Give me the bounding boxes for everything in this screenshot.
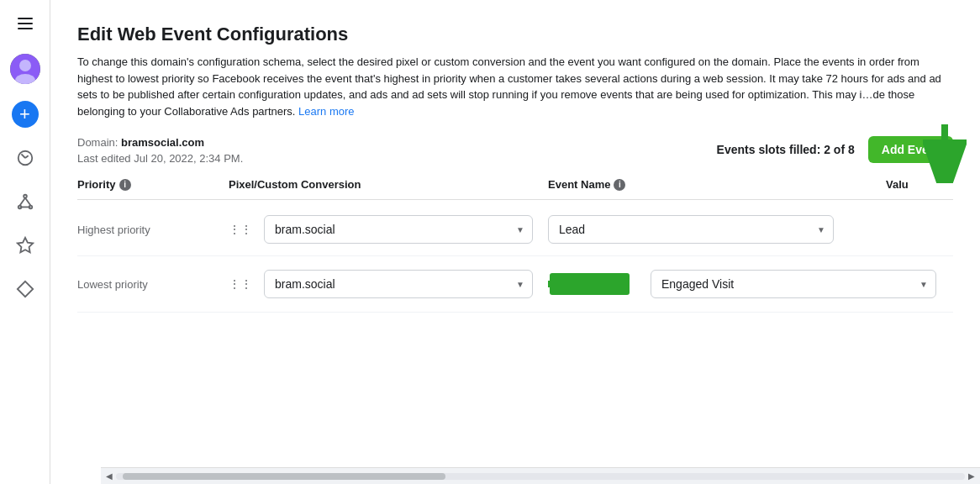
network-icon[interactable] [12, 188, 39, 215]
svg-point-4 [24, 195, 27, 198]
page-title: Edit Web Event Configurations [77, 24, 953, 45]
svg-point-1 [19, 60, 31, 71]
meta-right: Events slots filled: 2 of 8 Add Event [717, 136, 953, 163]
event-name-info-icon[interactable]: i [614, 179, 625, 191]
avatar-icon[interactable] [10, 54, 40, 84]
pixel-select-row2[interactable]: bram.social [264, 270, 533, 298]
scrollbar-thumb [123, 473, 445, 480]
svg-marker-11 [17, 281, 32, 297]
table-header: Priority i Pixel/Custom Conversion Event… [77, 178, 953, 200]
event-name-cell-row2: Engaged Visit [548, 268, 936, 300]
event-select-row1[interactable]: Lead [548, 215, 834, 244]
lowest-priority-label: Lowest priority [77, 278, 229, 291]
add-button[interactable]: + [12, 101, 39, 128]
pixel-column-header: Pixel/Custom Conversion [229, 178, 548, 191]
scrollbar-right-arrow[interactable]: ▶ [968, 471, 975, 481]
domain-text: Domain: bramsocial.com [77, 136, 243, 149]
event-name-column-header: Event Name i [548, 178, 886, 191]
drag-handle-row2[interactable]: ⋮⋮ [229, 277, 252, 291]
svg-line-7 [19, 197, 24, 205]
event-select-wrapper-row2: Engaged Visit [651, 270, 936, 298]
priority-info-icon[interactable]: i [119, 179, 131, 191]
last-edited-text: Last edited Jul 20, 2022, 2:34 PM. [77, 152, 243, 165]
dashboard-icon[interactable] [12, 145, 39, 171]
learn-more-link[interactable]: Learn more [298, 105, 354, 118]
table-row: Highest priority ⋮⋮ bram.social Lead [77, 203, 953, 256]
table-row: Lowest priority ⋮⋮ bram.social [77, 256, 953, 313]
horizontal-scrollbar[interactable]: ◀ ▶ [101, 467, 980, 484]
priority-column-header: Priority i [77, 178, 229, 191]
meta-row: Domain: bramsocial.com Last edited Jul 2… [77, 136, 953, 165]
down-arrow-annotation [923, 124, 967, 183]
svg-line-8 [25, 197, 30, 205]
page-description: To change this domain's configuration sc… [77, 54, 953, 119]
hamburger-icon[interactable] [12, 10, 39, 37]
event-name-cell-row1: Lead [548, 215, 886, 244]
events-table: Priority i Pixel/Custom Conversion Event… [77, 178, 953, 313]
svg-rect-15 [550, 273, 630, 295]
pixel-cell-row2: ⋮⋮ bram.social [229, 270, 548, 298]
highest-priority-label: Highest priority [77, 224, 229, 236]
pixel-select-wrapper-row2: bram.social [264, 270, 533, 298]
scrollbar-track [116, 473, 965, 480]
star-icon[interactable] [12, 232, 39, 259]
scrollbar-left-arrow[interactable]: ◀ [106, 471, 113, 481]
slots-filled-text: Events slots filled: 2 of 8 [717, 143, 855, 156]
event-select-row2[interactable]: Engaged Visit [651, 270, 936, 298]
left-arrow-annotation [548, 268, 640, 300]
meta-info: Domain: bramsocial.com Last edited Jul 2… [77, 136, 243, 165]
drag-handle-row1[interactable]: ⋮⋮ [229, 223, 252, 236]
pixel-select-wrapper-row1: bram.social [264, 215, 533, 244]
pixel-cell-row1: ⋮⋮ bram.social [229, 215, 548, 244]
pixel-select-row1[interactable]: bram.social [264, 215, 533, 244]
domain-value: bramsocial.com [121, 136, 204, 149]
event-select-wrapper-row1: Lead [548, 215, 834, 244]
main-content: Edit Web Event Configurations To change … [50, 0, 980, 484]
svg-marker-10 [17, 238, 32, 252]
diamond-icon[interactable] [12, 276, 39, 302]
sidebar: + [0, 0, 50, 484]
